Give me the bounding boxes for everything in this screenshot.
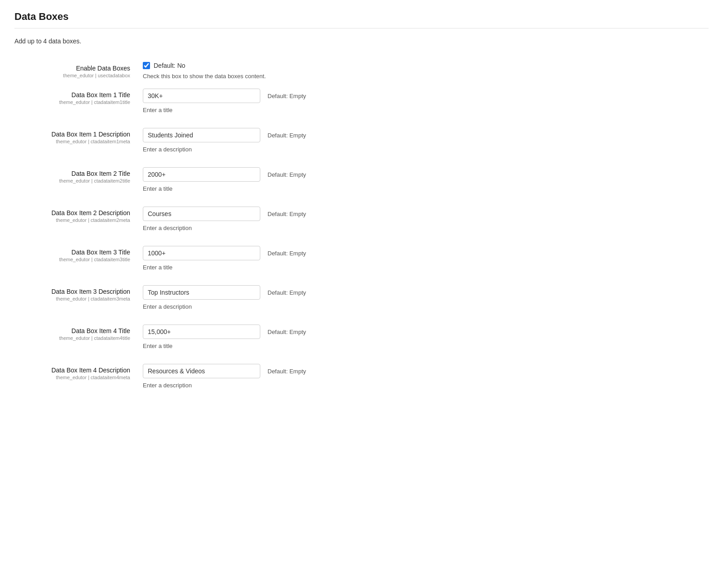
item1-title-label: Data Box Item 1 Title (14, 91, 130, 99)
item2-title-default: Default: Empty (268, 171, 306, 178)
item4-title-label-col: Data Box Item 4 Title theme_edutor | cta… (14, 325, 141, 341)
item3-title-label: Data Box Item 3 Title (14, 249, 130, 256)
item3-desc-hint: Enter a description (143, 303, 709, 310)
item4-title-sub: theme_edutor | ctadataitem4title (14, 335, 130, 341)
item3-title-row: Data Box Item 3 Title theme_edutor | cta… (14, 241, 709, 281)
item2-desc-sub: theme_edutor | ctadataitem2meta (14, 217, 130, 223)
item3-title-hint: Enter a title (143, 264, 709, 271)
item1-desc-input[interactable] (143, 128, 260, 142)
item1-desc-row: Data Box Item 1 Description theme_edutor… (14, 123, 709, 163)
item2-desc-label: Data Box Item 2 Description (14, 209, 130, 216)
item3-title-sub: theme_edutor | ctadataitem3title (14, 257, 130, 262)
item1-desc-input-row: Default: Empty (143, 128, 709, 142)
item4-desc-control: Default: Empty Enter a description (141, 364, 709, 394)
item2-desc-default: Default: Empty (268, 211, 306, 217)
item4-title-input-row: Default: Empty (143, 325, 709, 339)
item2-title-input-row: Default: Empty (143, 167, 709, 182)
item2-desc-row: Data Box Item 2 Description theme_edutor… (14, 202, 709, 241)
item4-desc-input-row: Default: Empty (143, 364, 709, 378)
item3-title-input-row: Default: Empty (143, 246, 709, 260)
item4-desc-label-col: Data Box Item 4 Description theme_edutor… (14, 364, 141, 380)
item4-desc-row: Data Box Item 4 Description theme_edutor… (14, 359, 709, 399)
item4-desc-default: Default: Empty (268, 368, 306, 375)
item4-title-hint: Enter a title (143, 343, 709, 349)
item2-title-control: Default: Empty Enter a title (141, 167, 709, 198)
item3-desc-row: Data Box Item 3 Description theme_edutor… (14, 281, 709, 320)
item1-desc-hint: Enter a description (143, 146, 709, 153)
item1-title-label-col: Data Box Item 1 Title theme_edutor | cta… (14, 89, 141, 105)
item1-desc-sub: theme_edutor | ctadataitem1meta (14, 139, 130, 144)
item4-title-default: Default: Empty (268, 329, 306, 335)
item1-desc-label: Data Box Item 1 Description (14, 131, 130, 138)
item2-desc-hint: Enter a description (143, 225, 709, 231)
item2-title-sub: theme_edutor | ctadataitem2title (14, 178, 130, 183)
page-title: Data Boxes (14, 11, 709, 23)
enable-data-boxes-sub: theme_edutor | usectadatabox (14, 73, 130, 78)
item3-desc-default: Default: Empty (268, 289, 306, 296)
section-divider (14, 28, 709, 28)
item4-title-label: Data Box Item 4 Title (14, 327, 130, 334)
item3-desc-control: Default: Empty Enter a description (141, 285, 709, 315)
item3-desc-label: Data Box Item 3 Description (14, 288, 130, 295)
item2-desc-control: Default: Empty Enter a description (141, 207, 709, 237)
item1-title-row: Data Box Item 1 Title theme_edutor | cta… (14, 84, 709, 123)
item1-title-hint: Enter a title (143, 107, 709, 113)
item2-title-row: Data Box Item 2 Title theme_edutor | cta… (14, 163, 709, 202)
enable-data-boxes-label-col: Enable Data Boxes theme_edutor | usectad… (14, 62, 141, 78)
item4-title-control: Default: Empty Enter a title (141, 325, 709, 355)
item3-desc-input[interactable] (143, 285, 260, 300)
item2-title-label: Data Box Item 2 Title (14, 170, 130, 177)
page-subtitle: Add up to 4 data boxes. (14, 38, 709, 45)
item4-desc-input[interactable] (143, 364, 260, 378)
item1-title-default: Default: Empty (268, 93, 306, 99)
item3-desc-sub: theme_edutor | ctadataitem3meta (14, 296, 130, 301)
item4-desc-sub: theme_edutor | ctadataitem4meta (14, 375, 130, 380)
enable-data-boxes-description: Check this box to show the data boxes co… (143, 73, 709, 80)
item4-desc-hint: Enter a description (143, 382, 709, 389)
item1-desc-default: Default: Empty (268, 132, 306, 139)
enable-data-boxes-checkbox-row: Default: No (143, 62, 709, 69)
enable-data-boxes-row: Enable Data Boxes theme_edutor | usectad… (14, 57, 709, 84)
item2-desc-label-col: Data Box Item 2 Description theme_edutor… (14, 207, 141, 223)
item2-title-hint: Enter a title (143, 185, 709, 192)
item3-title-label-col: Data Box Item 3 Title theme_edutor | cta… (14, 246, 141, 262)
item3-desc-label-col: Data Box Item 3 Description theme_edutor… (14, 285, 141, 301)
enable-data-boxes-label: Enable Data Boxes (14, 65, 130, 72)
item2-desc-input[interactable] (143, 207, 260, 221)
item1-title-input[interactable] (143, 89, 260, 103)
item3-title-input[interactable] (143, 246, 260, 260)
item1-title-control: Default: Empty Enter a title (141, 89, 709, 119)
enable-data-boxes-control: Default: No Check this box to show the d… (141, 62, 709, 80)
item3-title-control: Default: Empty Enter a title (141, 246, 709, 276)
item4-title-input[interactable] (143, 325, 260, 339)
item2-title-input[interactable] (143, 167, 260, 182)
enable-data-boxes-checkbox[interactable] (143, 62, 150, 69)
item3-desc-input-row: Default: Empty (143, 285, 709, 300)
item1-desc-label-col: Data Box Item 1 Description theme_edutor… (14, 128, 141, 144)
item1-desc-control: Default: Empty Enter a description (141, 128, 709, 158)
item4-desc-label: Data Box Item 4 Description (14, 367, 130, 374)
item2-desc-input-row: Default: Empty (143, 207, 709, 221)
item1-title-sub: theme_edutor | ctadataitem1title (14, 99, 130, 105)
item3-title-default: Default: Empty (268, 250, 306, 257)
page-container: Data Boxes Add up to 4 data boxes. Enabl… (0, 0, 723, 409)
enable-data-boxes-checkbox-label: Default: No (154, 62, 185, 69)
item2-title-label-col: Data Box Item 2 Title theme_edutor | cta… (14, 167, 141, 183)
item4-title-row: Data Box Item 4 Title theme_edutor | cta… (14, 320, 709, 359)
item1-title-input-row: Default: Empty (143, 89, 709, 103)
